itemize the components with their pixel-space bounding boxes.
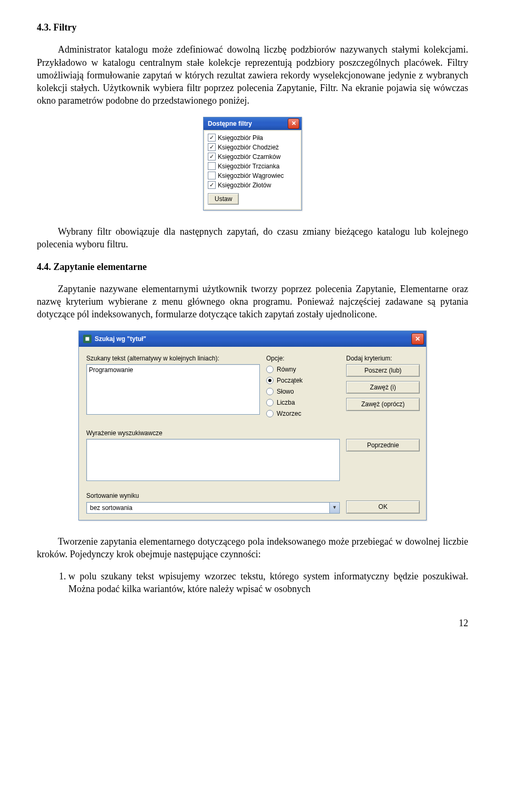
heading-filtry: 4.3. Filtry — [37, 21, 468, 34]
options-label: Opcje: — [266, 354, 340, 363]
chevron-down-icon[interactable]: ▼ — [329, 503, 339, 513]
search-dialog: Szukaj wg "tytuł" ✕ Szukany tekst (alter… — [78, 330, 427, 520]
radio-icon[interactable] — [266, 399, 274, 406]
widen-or-button[interactable]: Poszerz (lub) — [346, 364, 420, 377]
radio-icon[interactable] — [266, 377, 274, 384]
ok-button[interactable]: OK — [346, 500, 420, 513]
filter-label: Księgozbiór Złotów — [218, 181, 271, 189]
sort-select[interactable]: bez sortowania — [86, 502, 340, 514]
dialog-titlebar: Szukaj wg "tytuł" ✕ — [79, 331, 426, 347]
radio-icon[interactable] — [266, 410, 274, 417]
heading-zapytanie-elementarne: 4.4. Zapytanie elementarne — [37, 260, 468, 273]
checkbox-icon[interactable]: ✓ — [208, 134, 216, 142]
option-label: Równy — [277, 365, 296, 374]
list-item: w polu szukany tekst wpisujemy wzorzec t… — [68, 570, 468, 596]
option-row[interactable]: Słowo — [266, 386, 340, 397]
page-number: 12 — [37, 617, 468, 629]
option-label: Liczba — [277, 398, 295, 407]
filter-row[interactable]: ✓ Księgozbiór Piła — [208, 133, 297, 143]
search-expression-input[interactable] — [86, 439, 340, 481]
filter-label: Księgozbiór Piła — [218, 134, 263, 142]
narrow-except-button[interactable]: Zawęż (oprócz) — [346, 398, 420, 410]
option-row[interactable]: Liczba — [266, 397, 340, 408]
dialog-titlebar: Dostępne filtry ✕ — [204, 117, 301, 130]
paragraph-steps-intro: Tworzenie zapytania elementarnego dotycz… — [37, 535, 468, 561]
sort-label: Sortowanie wyniku — [86, 492, 340, 500]
search-expression-label: Wyrażenie wyszukiwawcze — [86, 429, 340, 437]
paragraph-filtry: Administrator katalogu może zdefiniować … — [37, 43, 468, 107]
checkbox-icon[interactable]: ✓ — [208, 143, 216, 151]
filter-row[interactable]: ✓ Księgozbiór Czarnków — [208, 152, 297, 162]
dialog-body: ✓ Księgozbiór Piła ✓ Księgozbiór Chodzie… — [205, 131, 300, 209]
checkbox-icon[interactable]: ✓ — [208, 153, 216, 161]
search-text-label: Szukany tekst (alternatywy w kolejnych l… — [86, 354, 260, 363]
paragraph-filter-applies: Wybrany filtr obowiązuje dla następnych … — [37, 225, 468, 251]
option-label: Słowo — [277, 387, 294, 396]
option-row[interactable]: Początek — [266, 375, 340, 386]
set-button[interactable]: Ustaw — [208, 193, 239, 205]
radio-icon[interactable] — [266, 366, 274, 373]
filter-label: Księgozbiór Trzcianka — [218, 162, 279, 171]
checkbox-icon[interactable] — [208, 162, 216, 170]
checkbox-icon[interactable]: ✓ — [208, 181, 216, 189]
filter-label: Księgozbiór Wągrowiec — [218, 172, 284, 180]
radio-icon[interactable] — [266, 388, 274, 395]
filter-label: Księgozbiór Czarnków — [218, 153, 280, 161]
filter-label: Księgozbiór Chodzież — [218, 143, 279, 152]
available-filters-dialog: Dostępne filtry ✕ ✓ Księgozbiór Piła ✓ K… — [203, 117, 302, 210]
add-criterion-label: Dodaj kryterium: — [346, 354, 420, 363]
checkbox-icon[interactable] — [208, 172, 216, 179]
option-label: Wzorzec — [277, 409, 301, 418]
previous-button[interactable]: Poprzednie — [346, 439, 420, 452]
option-label: Początek — [277, 376, 302, 385]
option-row[interactable]: Wzorzec — [266, 408, 340, 419]
dialog-title: Szukaj wg "tytuł" — [95, 335, 146, 343]
search-text-input[interactable] — [86, 364, 260, 415]
dialog-title: Dostępne filtry — [208, 119, 252, 128]
app-icon — [83, 335, 92, 343]
filter-row[interactable]: ✓ Księgozbiór Chodzież — [208, 143, 297, 152]
filter-row[interactable]: ✓ Księgozbiór Złotów — [208, 181, 297, 190]
close-icon[interactable]: ✕ — [288, 118, 299, 129]
filter-row[interactable]: Księgozbiór Trzcianka — [208, 162, 297, 171]
option-row[interactable]: Równy — [266, 364, 340, 375]
dialog-body: Szukany tekst (alternatywy w kolejnych l… — [79, 347, 426, 520]
paragraph-elementarne: Zapytanie nazywane elementarnymi użytkow… — [37, 283, 468, 321]
filter-row[interactable]: Księgozbiór Wągrowiec — [208, 171, 297, 181]
close-icon[interactable]: ✕ — [411, 333, 424, 345]
narrow-and-button[interactable]: Zawęż (i) — [346, 381, 420, 394]
